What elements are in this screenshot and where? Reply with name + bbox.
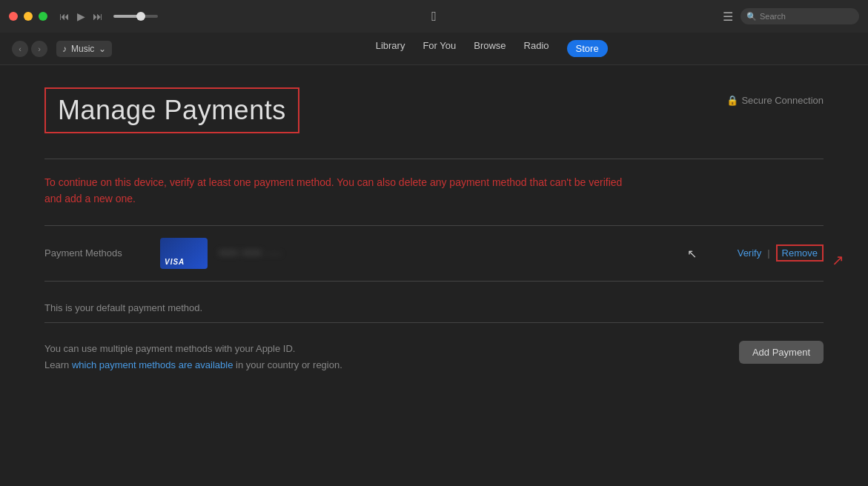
- titlebar-right: ☰ 🔍 Search: [723, 8, 859, 24]
- search-icon: 🔍: [746, 12, 757, 21]
- multi-payment-section: You can use multiple payment methods wit…: [44, 341, 824, 373]
- separator: |: [767, 247, 769, 259]
- payment-methods-link[interactable]: which payment methods are available: [72, 359, 233, 370]
- app-name: Music: [71, 44, 94, 54]
- nav-store[interactable]: Store: [567, 40, 608, 57]
- search-bar[interactable]: 🔍 Search: [741, 8, 859, 24]
- title-row: Manage Payments 🔒 Secure Connection: [44, 87, 824, 159]
- lock-icon: 🔒: [726, 95, 738, 106]
- window-controls: [9, 12, 47, 21]
- navbar: ‹ › ♪ Music ⌄ Library For You Browse Rad…: [0, 33, 868, 65]
- close-button[interactable]: [9, 12, 18, 21]
- chevron-down-icon: ⌄: [99, 44, 106, 54]
- warning-text: To continue on this device, verify at le…: [44, 174, 637, 207]
- card-number: •••• •••• ····: [219, 247, 283, 259]
- music-note-icon: ♪: [62, 44, 67, 54]
- remove-link-wrapper: Remove ↗: [776, 244, 824, 262]
- visa-card: VISA: [160, 238, 208, 269]
- maximize-button[interactable]: [39, 12, 47, 21]
- transport-controls: ⏮ ▶ ⏭: [59, 10, 158, 22]
- multi-payment-learn: Learn: [44, 359, 69, 370]
- fast-forward-button[interactable]: ⏭: [93, 10, 103, 22]
- page-title: Manage Payments: [58, 95, 286, 126]
- play-button[interactable]: ▶: [77, 10, 85, 22]
- nav-for-you[interactable]: For You: [423, 40, 456, 57]
- remove-link[interactable]: Remove: [776, 244, 824, 262]
- search-placeholder: Search: [760, 12, 786, 21]
- volume-slider[interactable]: [113, 15, 158, 18]
- nav-radio[interactable]: Radio: [524, 40, 549, 57]
- payment-row: Payment Methods VISA •••• •••• ···· ↖ Ve…: [44, 238, 824, 269]
- nav-library[interactable]: Library: [376, 40, 405, 57]
- multi-payment-region: in your country or region.: [236, 359, 342, 370]
- secure-connection: 🔒 Secure Connection: [726, 95, 824, 106]
- app-selector[interactable]: ♪ Music ⌄: [56, 41, 112, 57]
- multi-payment-text: You can use multiple payment methods wit…: [44, 341, 342, 373]
- multi-payment-line1: You can use multiple payment methods wit…: [44, 343, 295, 354]
- forward-button[interactable]: ›: [31, 41, 47, 57]
- nav-links: Library For You Browse Radio Store: [376, 40, 608, 57]
- verify-link[interactable]: Verify: [738, 247, 762, 259]
- payment-section: Payment Methods VISA •••• •••• ···· ↖ Ve…: [44, 225, 824, 282]
- minimize-button[interactable]: [24, 12, 33, 21]
- page-title-wrapper: Manage Payments: [44, 87, 299, 133]
- payment-actions: ↖ Verify | Remove ↗: [732, 244, 824, 262]
- list-icon[interactable]: ☰: [723, 10, 733, 24]
- cursor-icon: ↖: [687, 246, 697, 260]
- main-content: Manage Payments 🔒 Secure Connection To c…: [0, 65, 868, 486]
- arrow-indicator: ↗: [832, 251, 844, 269]
- volume-thumb: [136, 12, 145, 21]
- rewind-button[interactable]: ⏮: [59, 10, 70, 22]
- payment-methods-label: Payment Methods: [44, 247, 148, 259]
- visa-logo: VISA: [165, 258, 185, 266]
- titlebar: ⏮ ▶ ⏭  ☰ 🔍 Search: [0, 0, 868, 33]
- back-button[interactable]: ‹: [12, 41, 28, 57]
- nav-arrows: ‹ ›: [12, 41, 47, 57]
- default-payment-text: This is your default payment method.: [44, 293, 824, 323]
- nav-browse[interactable]: Browse: [474, 40, 506, 57]
- apple-logo: : [431, 9, 437, 24]
- add-payment-button[interactable]: Add Payment: [739, 341, 824, 364]
- secure-connection-label: Secure Connection: [741, 95, 824, 106]
